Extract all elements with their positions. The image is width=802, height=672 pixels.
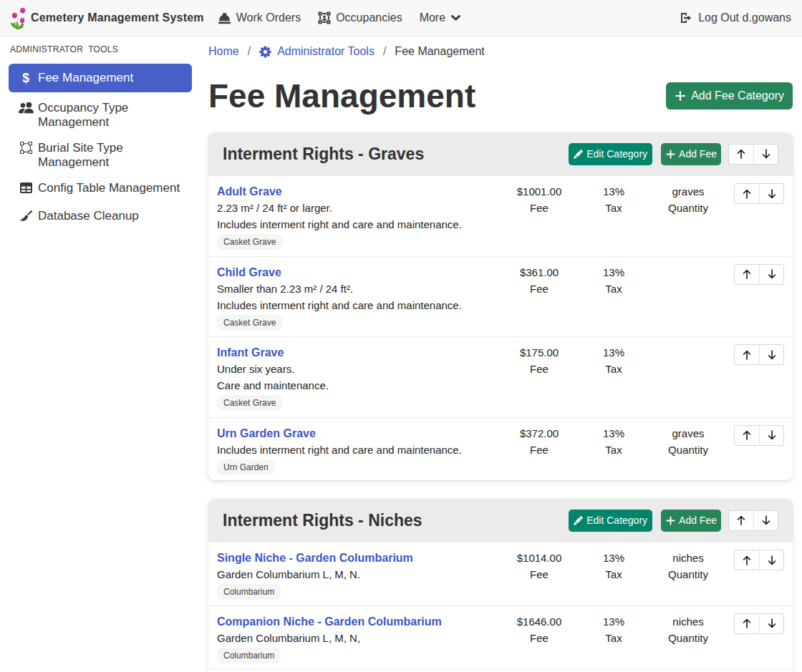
svg-text:$: $ (22, 72, 29, 84)
